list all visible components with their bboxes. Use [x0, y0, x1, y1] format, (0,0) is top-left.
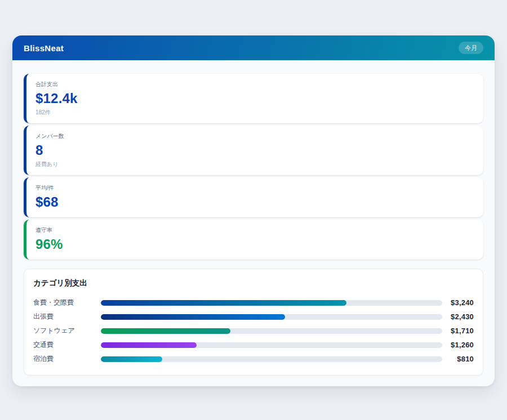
category-bar-track	[101, 328, 442, 334]
page-background: { "header": { "title": "BlissNeat", "per…	[0, 0, 507, 420]
dashboard-panel: BlissNeat 今月 合計支出 $12.4k 182件 メンバー数 8 経費…	[12, 35, 495, 386]
period-badge[interactable]: 今月	[459, 42, 483, 54]
category-label: ソフトウェア	[33, 326, 101, 336]
category-label: 宿泊費	[33, 354, 101, 364]
category-amount: $1,710	[442, 327, 474, 335]
category-row: 宿泊費 $810	[33, 352, 474, 366]
app-header: BlissNeat 今月	[12, 35, 495, 60]
category-bar-track	[101, 342, 442, 348]
category-spend-card: カテゴリ別支出 食費・交際費 $3,240 出張費 $2,430 ソフトウェア …	[24, 269, 483, 376]
category-bar-fill	[101, 342, 197, 348]
category-bar-track	[101, 300, 442, 306]
stat-value: 8	[35, 142, 474, 158]
category-bar-track	[101, 356, 442, 362]
category-bar-fill	[101, 300, 346, 306]
stat-card-total-spend: 合計支出 $12.4k 182件	[24, 74, 483, 123]
category-row: 出張費 $2,430	[33, 310, 474, 324]
category-bar-fill	[101, 328, 230, 334]
stat-label: 合計支出	[35, 81, 474, 88]
category-amount: $810	[442, 355, 474, 363]
category-amount: $3,240	[442, 298, 474, 307]
app-title: BlissNeat	[24, 43, 64, 53]
panel-body: 合計支出 $12.4k 182件 メンバー数 8 経費あり 平均/件 $68 遵…	[12, 60, 495, 376]
stat-label: 平均/件	[35, 185, 474, 191]
category-label: 交通費	[33, 340, 101, 350]
category-row: 交通費 $1,260	[33, 338, 474, 352]
stat-sub: 182件	[35, 109, 474, 116]
stat-label: メンバー数	[35, 133, 474, 140]
stat-sub: 経費あり	[35, 161, 474, 168]
category-section-title: カテゴリ別支出	[33, 278, 474, 288]
stat-value: $12.4k	[35, 91, 474, 106]
category-bar-fill	[101, 314, 285, 320]
category-label: 出張費	[33, 312, 101, 321]
category-amount: $1,260	[442, 341, 474, 349]
category-row: 食費・交際費 $3,240	[33, 296, 474, 310]
stat-card-compliance-rate: 遵守率 96%	[24, 220, 483, 260]
category-bar-fill	[101, 356, 162, 362]
category-row: ソフトウェア $1,710	[33, 324, 474, 338]
stat-card-member-count: メンバー数 8 経費あり	[24, 126, 483, 175]
stat-label: 遵守率	[35, 227, 474, 234]
stat-value: $68	[35, 194, 474, 210]
category-bar-track	[101, 314, 442, 320]
stat-value: 96%	[35, 236, 474, 252]
category-amount: $2,430	[442, 312, 474, 321]
stat-card-average-per-item: 平均/件 $68	[24, 177, 483, 217]
category-label: 食費・交際費	[33, 298, 101, 307]
